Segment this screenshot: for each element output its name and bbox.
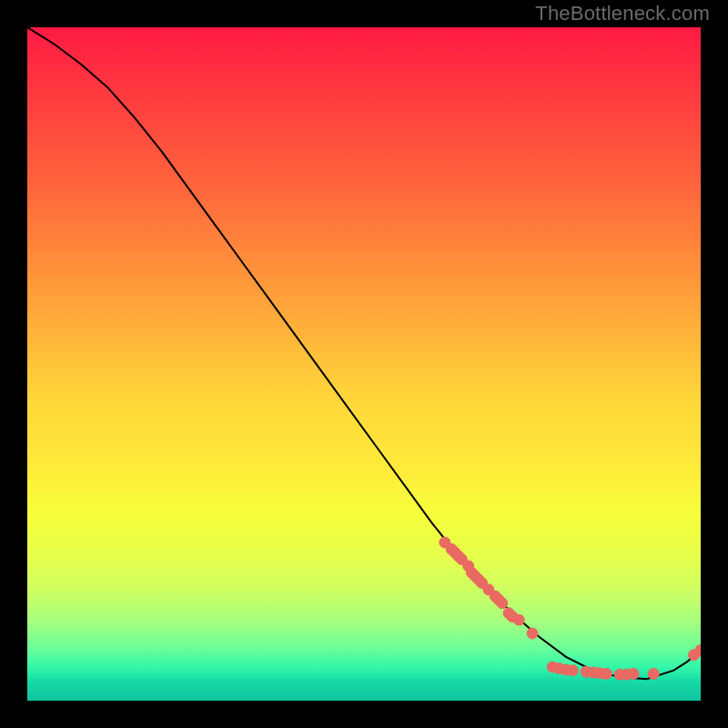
- data-marker: [527, 628, 538, 639]
- data-marker: [628, 668, 639, 679]
- series-curve: [27, 27, 701, 679]
- chart-container: TheBottleneck.com: [0, 0, 728, 728]
- data-marker: [648, 668, 659, 679]
- data-marker: [601, 668, 612, 679]
- data-marker: [497, 598, 508, 609]
- chart-svg: [27, 27, 701, 701]
- watermark-text: TheBottleneck.com: [535, 2, 710, 25]
- data-marker: [513, 614, 524, 625]
- data-marker: [567, 665, 578, 676]
